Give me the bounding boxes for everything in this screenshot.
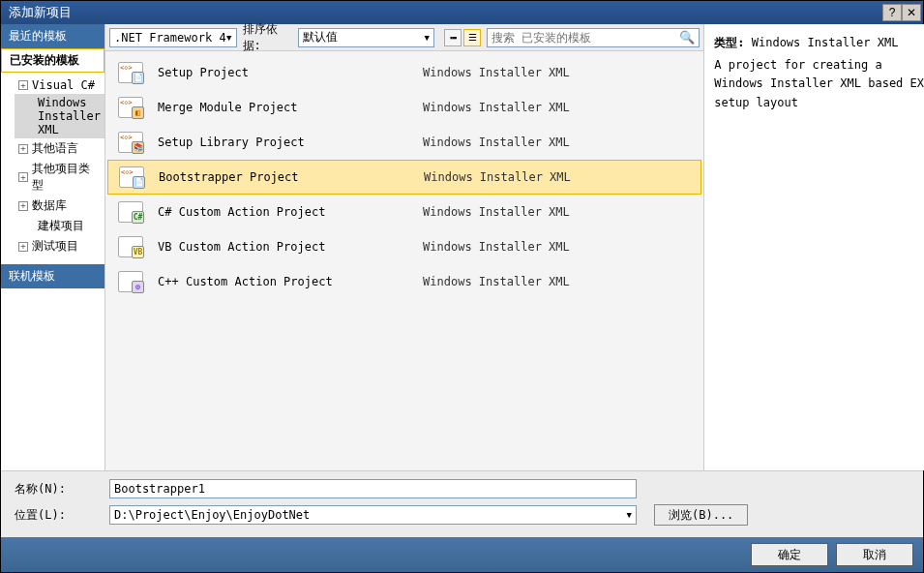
name-row: 名称(N): xyxy=(15,479,909,498)
form-area: 名称(N): 位置(L): D:\Project\Enjoy\EnjoyDotN… xyxy=(1,470,923,537)
tree-item-other-project-types[interactable]: +其他项目类型 xyxy=(15,159,104,196)
ok-button[interactable]: 确定 xyxy=(751,543,828,566)
setup-library-icon: <◇>📚 xyxy=(117,129,144,156)
titlebar-buttons: ? ✕ xyxy=(882,4,921,21)
close-button[interactable]: ✕ xyxy=(902,4,921,21)
content-area: .NET Framework 4▼ 排序依据: 默认值▼ ▪▪▪ ☰ 🔍 <◇>… xyxy=(105,24,924,470)
plus-icon[interactable]: + xyxy=(18,242,28,252)
titlebar[interactable]: 添加新项目 ? ✕ xyxy=(1,1,923,24)
name-input[interactable] xyxy=(109,479,637,498)
template-item-merge-module[interactable]: <◇>◧ Merge Module Project Windows Instal… xyxy=(107,90,701,125)
view-small-icons-button[interactable]: ▪▪▪ xyxy=(444,29,462,46)
add-new-project-dialog: 添加新项目 ? ✕ 最近的模板 已安装的模板 +Visual C# Window… xyxy=(0,0,924,573)
sidebar: 最近的模板 已安装的模板 +Visual C# Windows Installe… xyxy=(1,24,105,470)
browse-button[interactable]: 浏览(B)... xyxy=(654,504,748,526)
main-area: 最近的模板 已安装的模板 +Visual C# Windows Installe… xyxy=(1,24,923,470)
template-item-bootstrapper[interactable]: <◇>📄 Bootstrapper Project Windows Instal… xyxy=(107,160,701,195)
list-icon: ☰ xyxy=(468,32,477,43)
type-row: 类型: Windows Installer XML xyxy=(714,34,924,52)
cancel-button[interactable]: 取消 xyxy=(836,543,913,566)
tree-item-modeling[interactable]: 建模项目 xyxy=(15,216,104,236)
description: A project for creating a Windows Install… xyxy=(714,56,924,112)
footer: 确定 取消 xyxy=(1,537,923,572)
chevron-down-icon: ▼ xyxy=(627,510,632,520)
template-item-setup[interactable]: <◇>📄 Setup Project Windows Installer XML xyxy=(107,55,701,90)
bootstrapper-icon: <◇>📄 xyxy=(118,164,145,191)
sort-label: 排序依据: xyxy=(243,21,293,54)
framework-combo[interactable]: .NET Framework 4▼ xyxy=(109,28,237,47)
help-button[interactable]: ? xyxy=(882,4,902,21)
search-input[interactable] xyxy=(492,31,679,45)
search-icon[interactable]: 🔍 xyxy=(679,30,695,45)
csharp-action-icon: C# xyxy=(117,198,144,226)
recent-templates-header[interactable]: 最近的模板 xyxy=(1,24,104,48)
details-panel: 类型: Windows Installer XML A project for … xyxy=(703,24,924,470)
plus-icon[interactable]: + xyxy=(18,144,28,154)
vb-action-icon: VB xyxy=(117,233,144,260)
template-item-vb-action[interactable]: VB VB Custom Action Project Windows Inst… xyxy=(107,229,701,264)
merge-module-icon: <◇>◧ xyxy=(117,94,144,121)
setup-project-icon: <◇>📄 xyxy=(117,59,144,86)
view-buttons: ▪▪▪ ☰ xyxy=(444,29,481,46)
dialog-title: 添加新项目 xyxy=(9,4,72,21)
template-item-csharp-action[interactable]: C# C# Custom Action Project Windows Inst… xyxy=(107,195,701,229)
tree-item-test[interactable]: +测试项目 xyxy=(15,236,104,256)
template-tree: +Visual C# Windows Installer XML +其他语言 +… xyxy=(1,73,104,260)
view-details-button[interactable]: ☰ xyxy=(463,29,481,46)
center-panel: .NET Framework 4▼ 排序依据: 默认值▼ ▪▪▪ ☰ 🔍 <◇>… xyxy=(105,24,703,470)
template-item-cpp-action[interactable]: ⚙ C++ Custom Action Project Windows Inst… xyxy=(107,264,701,299)
template-item-setup-library[interactable]: <◇>📚 Setup Library Project Windows Insta… xyxy=(107,125,701,160)
small-icons-icon: ▪▪▪ xyxy=(450,33,457,43)
online-templates-header[interactable]: 联机模板 xyxy=(1,264,104,288)
plus-icon[interactable]: + xyxy=(18,80,28,90)
toolbar: .NET Framework 4▼ 排序依据: 默认值▼ ▪▪▪ ☰ 🔍 xyxy=(105,24,703,51)
tree-item-visual-csharp[interactable]: +Visual C# xyxy=(15,76,104,94)
chevron-down-icon: ▼ xyxy=(425,33,430,43)
tree-item-database[interactable]: +数据库 xyxy=(15,196,104,216)
plus-icon[interactable]: + xyxy=(18,201,28,211)
tree-item-other-languages[interactable]: +其他语言 xyxy=(15,138,104,159)
plus-icon[interactable]: + xyxy=(18,172,28,182)
chevron-down-icon: ▼ xyxy=(226,33,231,43)
sort-combo[interactable]: 默认值▼ xyxy=(298,28,434,47)
installed-templates-header[interactable]: 已安装的模板 xyxy=(1,48,104,73)
name-label: 名称(N): xyxy=(15,481,102,498)
location-label: 位置(L): xyxy=(15,507,102,524)
location-combo[interactable]: D:\Project\Enjoy\EnjoyDotNet▼ xyxy=(109,505,637,525)
cpp-action-icon: ⚙ xyxy=(117,268,144,295)
search-box[interactable]: 🔍 xyxy=(487,28,700,47)
template-list[interactable]: <◇>📄 Setup Project Windows Installer XML… xyxy=(105,51,703,470)
tree-item-wix[interactable]: Windows Installer XML xyxy=(15,94,104,138)
location-row: 位置(L): D:\Project\Enjoy\EnjoyDotNet▼ 浏览(… xyxy=(15,504,909,526)
